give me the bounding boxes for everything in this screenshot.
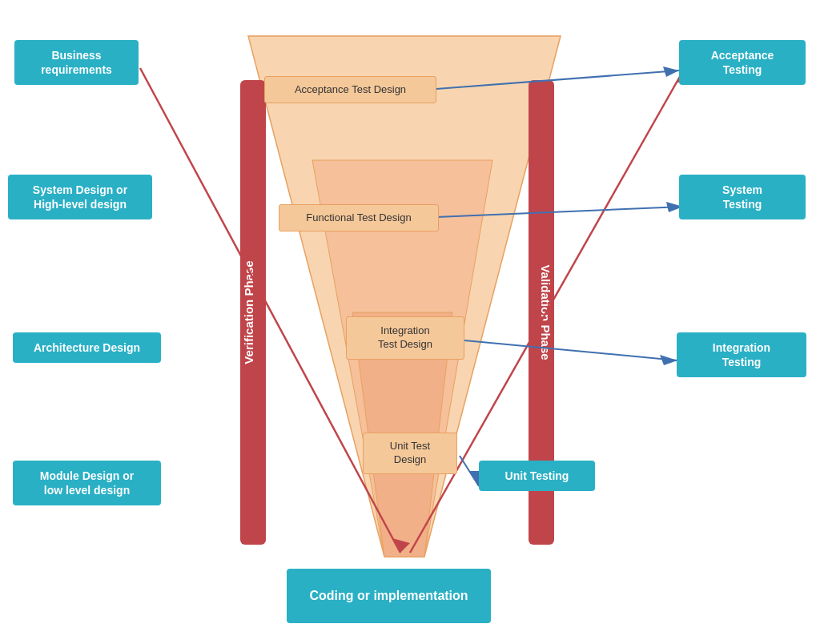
integration-test-design-box: IntegrationTest Design [346, 316, 464, 360]
integration-arrow-line [464, 340, 677, 360]
architecture-design-box: Architecture Design [13, 332, 161, 363]
unit-testing-box: Unit Testing [479, 461, 595, 491]
acceptance-testing-box: AcceptanceTesting [679, 40, 806, 85]
integration-testing-box: IntegrationTesting [677, 332, 806, 377]
module-design-box: Module Design orlow level design [13, 461, 161, 505]
business-requirements-box: Business requirements [14, 40, 139, 85]
verification-label: Verification Phase [242, 260, 255, 364]
acceptance-arrow-head [663, 66, 679, 77]
acceptance-test-design-box: Acceptance Test Design [264, 76, 436, 103]
diagram-container: Verification Phase Validation Phase Busi… [0, 0, 820, 644]
unit-test-design-box: Unit TestDesign [363, 433, 457, 474]
functional-test-design-box: Functional Test Design [279, 204, 439, 231]
coding-box: Coding or implementation [287, 569, 491, 623]
system-testing-box: SystemTesting [679, 175, 806, 219]
integration-arrow-head [660, 355, 677, 365]
system-design-box: System Design orHigh-level design [8, 175, 152, 219]
